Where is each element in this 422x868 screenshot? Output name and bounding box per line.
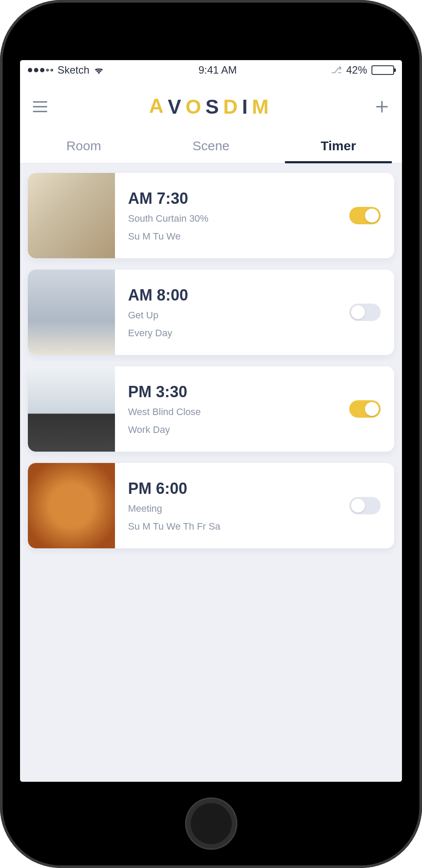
timer-body: AM 7:30 South Curtain 30% Su M Tu We bbox=[115, 173, 346, 258]
timer-card[interactable]: AM 8:00 Get Up Every Day bbox=[28, 270, 394, 355]
battery-icon bbox=[371, 65, 394, 75]
status-left: Sketch bbox=[28, 64, 104, 76]
app-logo: AVOSDIM bbox=[149, 95, 273, 118]
timer-toggle[interactable] bbox=[349, 497, 381, 514]
menu-icon[interactable] bbox=[31, 101, 49, 112]
timer-days: Work Day bbox=[128, 422, 338, 437]
timer-days: Every Day bbox=[128, 326, 338, 340]
tab-timer[interactable]: Timer bbox=[275, 130, 402, 163]
tab-scene[interactable]: Scene bbox=[147, 130, 274, 163]
timer-thumbnail bbox=[28, 463, 115, 548]
timer-time: PM 3:30 bbox=[128, 383, 338, 401]
timer-thumbnail bbox=[28, 173, 115, 258]
screen: Sketch 9:41 AM ⎇ 42% bbox=[20, 60, 402, 782]
timer-thumbnail bbox=[28, 270, 115, 355]
timer-toggle[interactable] bbox=[349, 207, 381, 224]
timer-body: PM 3:30 West Blind Close Work Day bbox=[115, 366, 346, 452]
timer-time: PM 6:00 bbox=[128, 480, 338, 498]
timer-card[interactable]: PM 6:00 Meeting Su M Tu We Th Fr Sa bbox=[28, 463, 394, 548]
timer-card[interactable]: PM 3:30 West Blind Close Work Day bbox=[28, 366, 394, 452]
timer-time: AM 8:00 bbox=[128, 286, 338, 304]
timer-toggle[interactable] bbox=[349, 400, 381, 418]
timer-thumbnail bbox=[28, 366, 115, 452]
timer-time: AM 7:30 bbox=[128, 189, 338, 208]
wifi-icon bbox=[94, 66, 104, 74]
timer-days: Su M Tu We Th Fr Sa bbox=[128, 519, 338, 534]
tab-label: Room bbox=[66, 138, 101, 153]
timer-body: AM 8:00 Get Up Every Day bbox=[115, 270, 346, 355]
tabs: Room Scene Timer bbox=[20, 130, 402, 163]
device-inner: Sketch 9:41 AM ⎇ 42% bbox=[12, 12, 410, 856]
home-button[interactable] bbox=[185, 797, 237, 850]
timer-body: PM 6:00 Meeting Su M Tu We Th Fr Sa bbox=[115, 463, 346, 548]
add-icon[interactable] bbox=[373, 100, 391, 114]
timer-card[interactable]: AM 7:30 South Curtain 30% Su M Tu We bbox=[28, 173, 394, 258]
tab-label: Timer bbox=[321, 138, 356, 153]
timer-list[interactable]: AM 7:30 South Curtain 30% Su M Tu We AM … bbox=[20, 163, 402, 782]
status-time: 9:41 AM bbox=[199, 64, 237, 76]
tab-room[interactable]: Room bbox=[20, 130, 147, 163]
timer-subtitle: South Curtain 30% bbox=[128, 211, 338, 226]
timer-days: Su M Tu We bbox=[128, 229, 338, 243]
device-frame: Sketch 9:41 AM ⎇ 42% bbox=[0, 0, 422, 868]
timer-subtitle: West Blind Close bbox=[128, 405, 338, 419]
timer-subtitle: Meeting bbox=[128, 501, 338, 516]
battery-percent: 42% bbox=[346, 64, 367, 76]
status-right: ⎇ 42% bbox=[331, 64, 394, 76]
app-header: AVOSDIM bbox=[20, 80, 402, 130]
carrier-label: Sketch bbox=[57, 64, 89, 76]
bluetooth-icon: ⎇ bbox=[331, 64, 342, 76]
tab-label: Scene bbox=[192, 138, 230, 153]
timer-toggle[interactable] bbox=[349, 304, 381, 321]
timer-subtitle: Get Up bbox=[128, 308, 338, 322]
signal-icon bbox=[28, 68, 53, 72]
status-bar: Sketch 9:41 AM ⎇ 42% bbox=[20, 60, 402, 80]
